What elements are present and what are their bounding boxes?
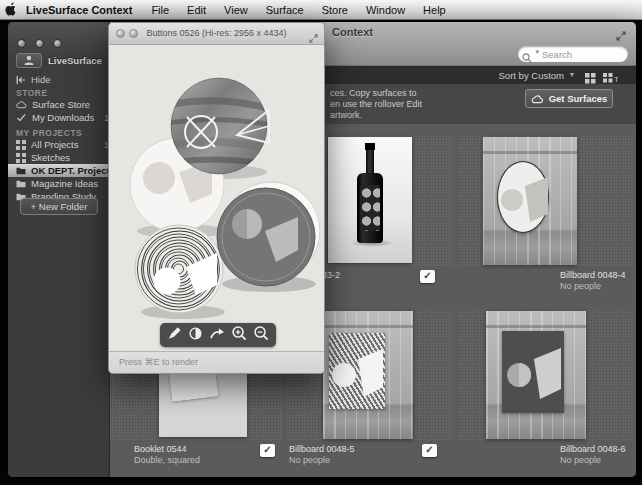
billboard-thumbnail <box>486 311 586 439</box>
poster-artwork <box>502 331 564 413</box>
user-label: LiveSurface <box>48 55 102 66</box>
menu-edit[interactable]: Edit <box>178 4 215 16</box>
minimize-window-button[interactable] <box>35 39 44 48</box>
user-account-button[interactable]: LiveSurface <box>16 52 102 68</box>
store-section-header: STORE <box>16 88 48 98</box>
menu-file[interactable]: File <box>142 4 178 16</box>
billboard-thumbnail <box>323 311 413 439</box>
get-surfaces-label: Get Surfaces <box>549 93 608 104</box>
hide-arrow-icon <box>16 75 26 85</box>
sidebar-item-label: My Downloads <box>32 112 94 123</box>
sidebar-item-surface-store[interactable]: Surface Store <box>8 98 110 111</box>
sort-by-button[interactable]: Sort by Custom <box>499 70 564 81</box>
sidebar-item-sketches[interactable]: Sketches <box>8 151 110 164</box>
menu-app-name[interactable]: LiveSurface Context <box>22 4 142 16</box>
preview-toolbar <box>160 323 276 347</box>
caption-booklet: Booklet 0544 Double, squared ✓ <box>134 444 294 466</box>
caption-billboard-5: Billboard 0048-5 No people ✓ <box>289 444 455 466</box>
preview-titlebar: Buttons 0526 (Hi-res: 2956 x 4434) <box>109 23 324 45</box>
sidebar-item-label: OK DEPT. Project <box>31 165 110 176</box>
grid-icon <box>16 153 26 163</box>
billboard-thumbnail <box>483 137 577 265</box>
grid-cell-billboard-4[interactable] <box>458 136 633 266</box>
checkmark-icon <box>16 113 27 122</box>
preview-canvas[interactable] <box>109 45 325 353</box>
cloud-icon <box>16 100 27 109</box>
new-folder-button[interactable]: + New Folder <box>20 198 98 215</box>
sidebar-item-all-projects[interactable]: All Projects 14 <box>8 138 110 151</box>
item-title: Billboard 0048-6 <box>560 444 636 455</box>
search-icon <box>522 49 532 67</box>
window-title: Context <box>332 26 373 38</box>
preview-title: Buttons 0526 (Hi-res: 2956 x 4434) <box>109 28 324 38</box>
sidebar-item-label: Magazine Ideas <box>31 178 98 189</box>
include-checkbox[interactable]: ✓ <box>260 444 275 457</box>
caption-billboard-6: Billboard 0048-6 No people ✓ <box>560 444 636 466</box>
apple-menu-icon[interactable] <box>0 0 22 20</box>
preview-window: Buttons 0526 (Hi-res: 2956 x 4434) <box>108 22 325 374</box>
grid-icon <box>16 140 26 150</box>
sidebar: LiveSurface Hide STORE Surface Store My … <box>8 22 110 477</box>
menu-store[interactable]: Store <box>313 4 357 16</box>
hide-label: Hide <box>31 74 51 85</box>
hide-sidebar-button[interactable]: Hide <box>16 74 51 85</box>
zoom-out-icon[interactable] <box>253 325 269 345</box>
sidebar-item-label: All Projects <box>31 139 79 150</box>
poster-artwork <box>329 333 385 409</box>
item-title: Billboard 0048-4 <box>560 270 636 281</box>
banner-text: ces. Copy surfaces to en use the rollove… <box>330 88 422 121</box>
sidebar-item-label: Surface Store <box>32 99 90 110</box>
buttons-artwork <box>109 45 325 353</box>
menu-help[interactable]: Help <box>414 4 455 16</box>
menu-window[interactable]: Window <box>357 4 414 16</box>
caption-billboard-4: Billboard 0048-4 No people ✓ <box>560 270 636 292</box>
menu-surface[interactable]: Surface <box>257 4 313 16</box>
svg-text:T: T <box>614 75 618 84</box>
grid-cell-billboard-6[interactable] <box>458 310 633 440</box>
contrast-icon[interactable] <box>188 326 203 345</box>
rotate-arrow-icon[interactable] <box>209 326 225 344</box>
zoom-in-icon[interactable] <box>231 325 247 345</box>
include-checkbox[interactable]: ✓ <box>420 270 435 283</box>
zoom-window-button[interactable] <box>53 39 62 48</box>
projects-section-header: MY PROJECTS <box>16 128 82 138</box>
search-scope-caret-icon[interactable]: ▾ <box>535 48 539 56</box>
close-window-button[interactable] <box>17 39 26 48</box>
render-hint: Press ⌘E to render <box>109 351 324 373</box>
poster-artwork <box>498 162 550 234</box>
user-icon <box>16 53 42 68</box>
bottle-thumbnail <box>328 137 412 263</box>
sidebar-item-my-downloads[interactable]: My Downloads 12 <box>8 111 110 124</box>
folder-icon <box>16 180 26 188</box>
include-checkbox[interactable]: ✓ <box>422 444 437 457</box>
menu-bar: LiveSurface Context File Edit View Surfa… <box>0 0 642 20</box>
sidebar-item-label: Sketches <box>31 152 70 163</box>
folder-icon <box>16 167 26 175</box>
cloud-icon <box>531 94 544 104</box>
item-subtitle: No people <box>560 281 636 292</box>
edit-pencil-icon[interactable] <box>166 325 182 345</box>
sidebar-item-magazine-ideas[interactable]: Magazine Ideas 5 <box>8 177 110 190</box>
sort-caret-icon: ▾ <box>570 70 574 79</box>
item-subtitle: No people <box>560 455 636 466</box>
sidebar-item-ok-dept-project[interactable]: OK DEPT. Project 9 <box>8 164 110 177</box>
get-surfaces-button[interactable]: Get Surfaces <box>525 89 613 108</box>
menu-view[interactable]: View <box>215 4 257 16</box>
